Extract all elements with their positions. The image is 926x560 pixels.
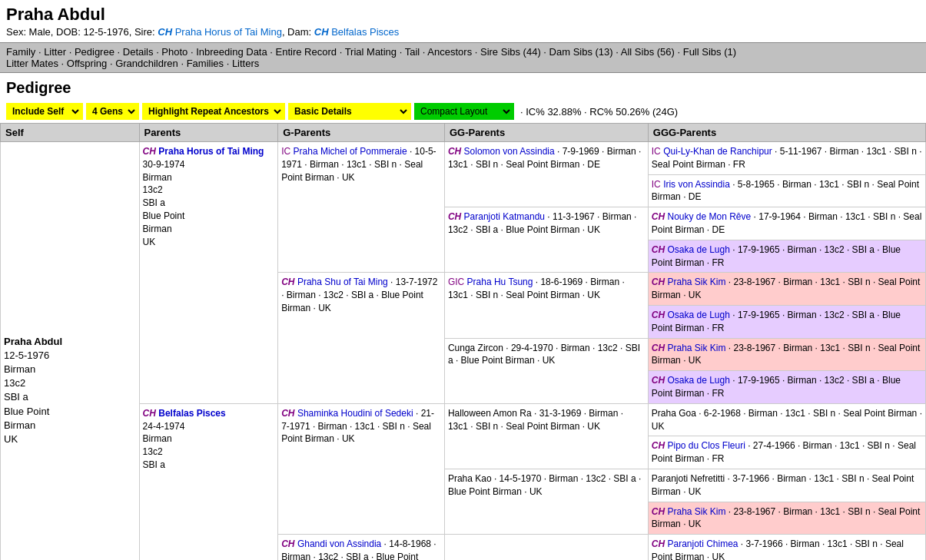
gggparent-12-link[interactable]: Praha Sik Kim <box>667 506 725 517</box>
nav-tail[interactable]: Tail <box>405 46 420 58</box>
gparent-4-link[interactable]: Ghandi von Assindia <box>297 538 381 549</box>
gggparent-1-cell: IC Qui-Ly-Khan de Ranchipur · 5-11-1967 … <box>648 142 925 175</box>
highlight-select[interactable]: Highlight Repeat Ancestors No Highlight <box>142 103 285 120</box>
sire-ch-link[interactable]: CH <box>143 146 156 157</box>
gggparent-1-prefix[interactable]: IC <box>652 146 661 157</box>
ggparent-5-text: Halloween Amon Ra · 31-3-1969 · Birman ·… <box>448 408 623 432</box>
pedigree-title: Pedigree <box>0 73 926 100</box>
gggparent-7-cell: CH Praha Sik Kim · 23-8-1967 · Birman · … <box>648 338 925 371</box>
gggparent-8-link[interactable]: Osaka de Lugh <box>667 375 729 386</box>
nav-ancestors[interactable]: Ancestors <box>427 46 472 58</box>
ggparent-2-link[interactable]: Paranjoti Katmandu <box>464 211 545 222</box>
gggparent-4-link[interactable]: Osaka de Lugh <box>667 244 729 255</box>
gggparent-4-prefix[interactable]: CH <box>652 244 665 255</box>
gggparent-3-link[interactable]: Nouky de Mon Rêve <box>667 211 751 222</box>
nav-all-sibs[interactable]: All Sibs (56) <box>621 46 675 58</box>
gggparent-6-prefix[interactable]: CH <box>652 310 665 320</box>
ggparent-6-cell: Praha Kao · 14-5-1970 · Birman · 13c2 · … <box>444 469 648 534</box>
gggparent-13-prefix[interactable]: CH <box>652 538 665 549</box>
nav-details[interactable]: Details <box>123 46 154 58</box>
table-row: CH Belfalas Pisces 24-4-1974 Birman 13c2… <box>1 403 926 436</box>
nav-photo[interactable]: Photo <box>161 46 188 58</box>
nav-family[interactable]: Family <box>6 46 35 58</box>
controls-bar: Include Self Exclude Self 4 Gens 3 Gens … <box>0 100 926 123</box>
ggparent-2-prefix[interactable]: CH <box>448 211 461 222</box>
gggparent-1-link[interactable]: Qui-Ly-Khan de Ranchipur <box>663 146 772 157</box>
compact-layout-select[interactable]: Compact Layout Full Layout <box>414 103 514 120</box>
gparent-1-prefix[interactable]: IC <box>281 146 290 157</box>
nav-litter[interactable]: Litter <box>44 46 66 58</box>
gggparent-2-cell: IC Iris von Assindia · 5-8-1965 · Birman… <box>648 174 925 207</box>
gggparent-10-link[interactable]: Pipo du Clos Fleuri <box>667 440 745 451</box>
ggparent-1-link[interactable]: Solomon von Assindia <box>464 146 555 157</box>
ggparent-4-cell: Cunga Zircon · 29-4-1970 · Birman · 13c2… <box>444 338 648 403</box>
gggparent-3-prefix[interactable]: CH <box>652 211 665 222</box>
nav-sire-sibs[interactable]: Sire Sibs (44) <box>480 46 541 58</box>
gggparent-3-cell: CH Nouky de Mon Rêve · 17-9-1964 · Birma… <box>648 207 925 240</box>
ggparent-3-prefix[interactable]: GIC <box>448 277 464 287</box>
page-title: Praha Abdul <box>6 5 920 25</box>
nav-dam-sibs[interactable]: Dam Sibs (13) <box>549 46 613 58</box>
self-name: Praha Abdul <box>4 336 62 347</box>
ggparent-1-cell: CH Solomon von Assindia · 7-9-1969 · Bir… <box>444 142 648 207</box>
gggparent-11-text: Paranjoti Nefretitti · 3-7-1966 · Birman… <box>652 473 914 497</box>
col-header-gggparents: GGG-Parents <box>648 124 925 142</box>
gggparent-5-prefix[interactable]: CH <box>652 277 665 287</box>
gggparent-2-link[interactable]: Iris von Assindia <box>663 179 730 190</box>
ggparent-3-link[interactable]: Praha Hu Tsung <box>467 277 533 287</box>
gggparent-7-link[interactable]: Praha Sik Kim <box>667 343 725 353</box>
gggparent-13-cell: CH Paranjoti Chimea · 3-7-1966 · Birman … <box>648 535 925 560</box>
include-self-select[interactable]: Include Self Exclude Self <box>6 103 83 120</box>
sire-prefix-link[interactable]: CH <box>158 26 172 38</box>
dam-name-link[interactable]: Belfalas Pisces <box>158 408 225 419</box>
gparent-2-link[interactable]: Praha Shu of Tai Ming <box>297 277 388 287</box>
gparent-3-prefix[interactable]: CH <box>281 408 294 419</box>
gparent-4-prefix[interactable]: CH <box>281 538 294 549</box>
basic-details-select[interactable]: Basic Details Full Details <box>288 103 411 120</box>
pedigree-table: Self Parents G-Parents GG-Parents GGG-Pa… <box>0 123 926 560</box>
gggparent-5-link[interactable]: Praha Sik Kim <box>667 277 725 287</box>
gggparent-2-prefix[interactable]: IC <box>652 179 661 190</box>
col-header-gparents: G-Parents <box>278 124 445 142</box>
gparent-2-cell: CH Praha Shu of Tai Ming · 13-7-1972 · B… <box>278 273 445 403</box>
gggparent-6-cell: CH Osaka de Lugh · 17-9-1965 · Birman · … <box>648 305 925 338</box>
ggparent-4-text: Cunga Zircon · 29-4-1970 · Birman · 13c2… <box>448 343 640 366</box>
gggparent-6-link[interactable]: Osaka de Lugh <box>667 310 729 320</box>
dam-prefix-link[interactable]: CH <box>314 26 329 38</box>
gggparent-7-prefix[interactable]: CH <box>652 343 665 353</box>
gggparent-4-cell: CH Osaka de Lugh · 17-9-1965 · Birman · … <box>648 240 925 273</box>
nav-entire-record[interactable]: Entire Record <box>276 46 337 58</box>
dam-link[interactable]: Belfalas Pisces <box>331 26 399 38</box>
gggparent-12-prefix[interactable]: CH <box>652 506 665 517</box>
col-header-self: Self <box>1 124 140 142</box>
nav-trial-mating[interactable]: Trial Mating <box>345 46 397 58</box>
nav-grandchildren[interactable]: Grandchildren <box>115 58 178 69</box>
col-header-parents: Parents <box>139 124 278 142</box>
gparent-4-cell: CH Ghandi von Assindia · 14-8-1968 · Bir… <box>278 535 445 560</box>
sire-link[interactable]: Praha Horus of Tai Ming <box>175 26 282 38</box>
gggparent-13-link[interactable]: Paranjoti Chimea <box>667 538 738 549</box>
nav-offspring[interactable]: Offspring <box>67 58 108 69</box>
gparent-3-cell: CH Shaminka Houdini of Sedeki · 21-7-197… <box>278 403 445 534</box>
ggparent-6-text: Praha Kao · 14-5-1970 · Birman · 13c2 · … <box>448 473 641 497</box>
nav-pedigree[interactable]: Pedigree <box>75 46 115 58</box>
gggparent-8-prefix[interactable]: CH <box>652 375 665 386</box>
sire-name-link[interactable]: Praha Horus of Tai Ming <box>158 146 264 157</box>
gggparent-9-text: Praha Goa · 6-2-1968 · Birman · 13c1 · S… <box>652 408 922 432</box>
nav-bar: Family · Litter · Pedigree · Details · P… <box>0 42 926 73</box>
nav-litter-mates[interactable]: Litter Mates <box>6 58 58 69</box>
gggparent-10-prefix[interactable]: CH <box>652 440 665 451</box>
nav-full-sibs[interactable]: Full Sibs (1) <box>683 46 736 58</box>
nav-litters[interactable]: Litters <box>232 58 259 69</box>
ggparent-1-prefix[interactable]: CH <box>448 146 461 157</box>
col-header-ggparents: GG-Parents <box>444 124 648 142</box>
nav-inbreeding[interactable]: Inbreeding Data <box>196 46 267 58</box>
gparent-1-cell: IC Praha Michel of Pommeraie · 10-5-1971… <box>278 142 445 273</box>
nav-families[interactable]: Families <box>187 58 224 69</box>
dam-ch-link[interactable]: CH <box>143 408 156 419</box>
gens-select[interactable]: 4 Gens 3 Gens 5 Gens <box>86 103 139 120</box>
gparent-3-link[interactable]: Shaminka Houdini of Sedeki <box>297 408 413 419</box>
gparent-1-link[interactable]: Praha Michel of Pommeraie <box>294 146 407 157</box>
gparent-2-prefix[interactable]: CH <box>281 277 294 287</box>
gggparent-5-cell: CH Praha Sik Kim · 23-8-1967 · Birman · … <box>648 273 925 306</box>
